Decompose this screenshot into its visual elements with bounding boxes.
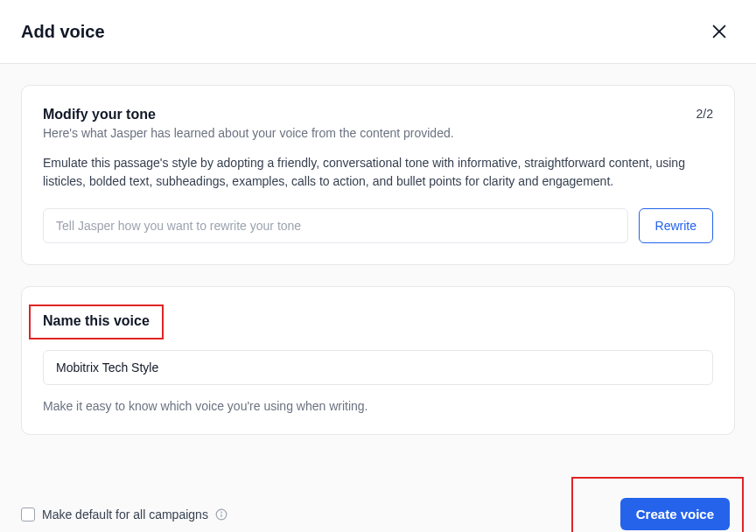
rewrite-button[interactable]: Rewrite xyxy=(639,208,713,243)
dialog-content: Modify your tone Here's what Jasper has … xyxy=(0,64,756,477)
modify-tone-title: Modify your tone xyxy=(43,107,454,122)
step-counter: 2/2 xyxy=(696,107,713,121)
dialog-title: Add voice xyxy=(21,22,105,42)
dialog-footer: Make default for all campaigns Create vo… xyxy=(0,477,756,532)
close-button[interactable] xyxy=(709,21,730,42)
close-icon xyxy=(710,22,729,41)
modify-tone-subtitle: Here's what Jasper has learned about you… xyxy=(43,126,454,140)
modify-tone-card: Modify your tone Here's what Jasper has … xyxy=(21,85,735,265)
default-campaigns-label: Make default for all campaigns xyxy=(42,508,208,522)
svg-point-4 xyxy=(221,512,222,513)
create-button-highlight: Create voice xyxy=(571,477,744,532)
name-voice-card: Name this voice Make it easy to know whi… xyxy=(21,286,735,435)
create-voice-button[interactable]: Create voice xyxy=(620,498,730,530)
tone-description: Emulate this passage's style by adopting… xyxy=(43,154,713,191)
dialog-header: Add voice xyxy=(0,0,756,64)
info-icon[interactable] xyxy=(215,508,228,521)
default-campaigns-checkbox[interactable] xyxy=(21,508,35,522)
default-campaigns-option: Make default for all campaigns xyxy=(21,508,228,522)
rewrite-input[interactable] xyxy=(43,208,628,243)
voice-name-input[interactable] xyxy=(43,350,713,385)
card-header: Modify your tone Here's what Jasper has … xyxy=(43,107,713,140)
rewrite-row: Rewrite xyxy=(43,208,713,243)
name-voice-label: Name this voice xyxy=(43,313,150,329)
voice-name-helper: Make it easy to know which voice you're … xyxy=(43,399,713,413)
name-label-highlight: Name this voice xyxy=(29,304,164,340)
